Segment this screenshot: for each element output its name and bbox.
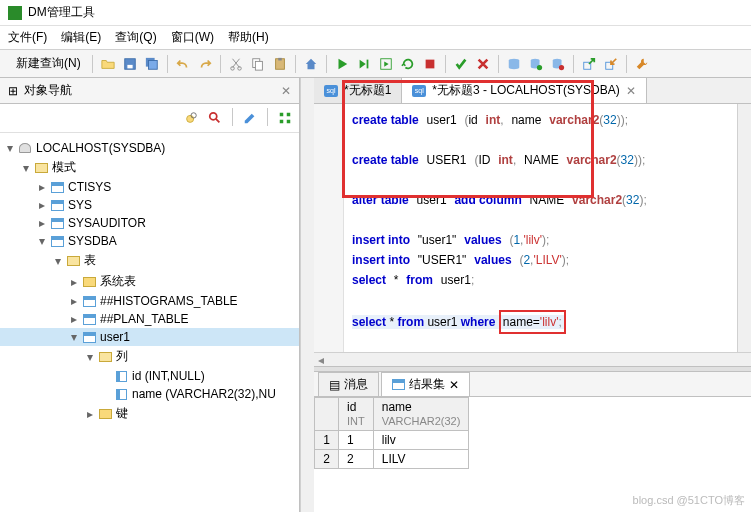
- copy-icon[interactable]: [248, 54, 268, 74]
- separator: [573, 55, 574, 73]
- cut-icon[interactable]: [226, 54, 246, 74]
- save-icon[interactable]: [120, 54, 140, 74]
- editor-gutter: [314, 104, 344, 352]
- sidebar-toolbar: [0, 104, 299, 133]
- database-icon[interactable]: [504, 54, 524, 74]
- cell-id[interactable]: 1: [339, 431, 374, 450]
- svg-rect-9: [255, 61, 262, 70]
- menu-file[interactable]: 文件(F): [8, 29, 47, 46]
- find-object-icon[interactable]: [181, 108, 201, 128]
- paste-icon[interactable]: [270, 54, 290, 74]
- col-header-name[interactable]: nameVARCHAR2(32): [373, 398, 469, 431]
- svg-rect-26: [287, 113, 291, 117]
- editor-tab-2[interactable]: sql *无标题3 - LOCALHOST(SYSDBA) ✕: [402, 78, 646, 103]
- resultset-tab[interactable]: 结果集✕: [381, 372, 470, 396]
- tree-column-name[interactable]: name (VARCHAR2(32),NU: [0, 385, 299, 403]
- tree-column-id[interactable]: id (INT,NULL): [0, 367, 299, 385]
- run-step-icon[interactable]: [354, 54, 374, 74]
- cell-id[interactable]: 2: [339, 450, 374, 469]
- tree-icon: ⊞: [8, 84, 18, 98]
- main-toolbar: SQL 新建查询(N): [0, 50, 751, 78]
- edit-icon[interactable]: [240, 108, 260, 128]
- menu-bar: 文件(F) 编辑(E) 查询(Q) 窗口(W) 帮助(H): [0, 26, 751, 50]
- svg-rect-12: [366, 59, 368, 68]
- commit-icon[interactable]: [451, 54, 471, 74]
- database-remove-icon[interactable]: [548, 54, 568, 74]
- tree-tables-node[interactable]: ▾表: [0, 250, 299, 271]
- separator: [326, 55, 327, 73]
- tree-system-tables[interactable]: ▸系统表: [0, 271, 299, 292]
- close-icon[interactable]: ✕: [281, 84, 291, 98]
- menu-query[interactable]: 查询(Q): [115, 29, 156, 46]
- separator: [92, 55, 93, 73]
- editor-scrollbar[interactable]: [737, 104, 751, 352]
- stop-icon[interactable]: [420, 54, 440, 74]
- svg-rect-28: [287, 120, 291, 124]
- sidebar-scrollbar[interactable]: [300, 78, 314, 512]
- new-query-button[interactable]: SQL 新建查询(N): [6, 53, 87, 74]
- corner-cell: [315, 398, 339, 431]
- separator: [220, 55, 221, 73]
- save-all-icon[interactable]: [142, 54, 162, 74]
- separator: [267, 108, 268, 126]
- table-row[interactable]: 2 2 LILV: [315, 450, 469, 469]
- tree-table-histograms[interactable]: ▸##HISTOGRAMS_TABLE: [0, 292, 299, 310]
- sidebar: ⊞ 对象导航 ✕ ▾LOCALHOST(SYSDBA) ▾模式 ▸CTISYS …: [0, 78, 300, 512]
- tree-columns-node[interactable]: ▾列: [0, 346, 299, 367]
- database-add-icon[interactable]: [526, 54, 546, 74]
- tree-schema-sysauditor[interactable]: ▸SYSAUDITOR: [0, 214, 299, 232]
- cell-name[interactable]: lilv: [373, 431, 469, 450]
- home-icon[interactable]: [301, 54, 321, 74]
- tree-schema-ctisys[interactable]: ▸CTISYS: [0, 178, 299, 196]
- editor-tab-1[interactable]: sql *无标题1: [314, 78, 402, 103]
- separator: [232, 108, 233, 126]
- refresh-icon[interactable]: [398, 54, 418, 74]
- undo-icon[interactable]: [173, 54, 193, 74]
- editor-h-scrollbar[interactable]: ◂: [314, 352, 751, 366]
- svg-point-19: [559, 64, 564, 69]
- cell-name[interactable]: LILV: [373, 450, 469, 469]
- grid-icon: [392, 379, 405, 390]
- run-script-icon[interactable]: [376, 54, 396, 74]
- sql-editor[interactable]: create table user1 (id int, name varchar…: [314, 104, 751, 352]
- menu-edit[interactable]: 编辑(E): [61, 29, 101, 46]
- app-icon: [8, 6, 22, 20]
- tree-keys-node[interactable]: ▸键: [0, 403, 299, 424]
- sql-code[interactable]: create table user1 (id int, name varchar…: [344, 104, 737, 352]
- svg-point-22: [187, 115, 194, 122]
- svg-point-17: [537, 64, 542, 69]
- close-tab-icon[interactable]: ✕: [626, 84, 636, 98]
- run-icon[interactable]: [332, 54, 352, 74]
- messages-tab[interactable]: ▤消息: [318, 372, 379, 396]
- window-title: DM管理工具: [28, 4, 95, 21]
- menu-help[interactable]: 帮助(H): [228, 29, 269, 46]
- menu-window[interactable]: 窗口(W): [171, 29, 214, 46]
- sidebar-tab-label: 对象导航: [24, 82, 72, 99]
- tree-connection[interactable]: ▾LOCALHOST(SYSDBA): [0, 139, 299, 157]
- col-header-id[interactable]: idINT: [339, 398, 374, 431]
- filter-icon[interactable]: [205, 108, 225, 128]
- separator: [167, 55, 168, 73]
- tree-table-user1[interactable]: ▾user1: [0, 328, 299, 346]
- close-icon[interactable]: ✕: [449, 378, 459, 392]
- table-row[interactable]: 1 1 lilv: [315, 431, 469, 450]
- window-title-bar: DM管理工具: [0, 0, 751, 26]
- tools-icon[interactable]: [632, 54, 652, 74]
- rollback-icon[interactable]: [473, 54, 493, 74]
- tree-schema-sysdba[interactable]: ▾SYSDBA: [0, 232, 299, 250]
- result-grid[interactable]: idINT nameVARCHAR2(32) 1 1 lilv 2 2 LILV: [314, 397, 469, 469]
- sidebar-tab[interactable]: ⊞ 对象导航 ✕: [0, 78, 299, 104]
- tree-schema-node[interactable]: ▾模式: [0, 157, 299, 178]
- new-query-label: 新建查询(N): [16, 55, 81, 72]
- editor-tabs: sql *无标题1 sql *无标题3 - LOCALHOST(SYSDBA) …: [314, 78, 751, 104]
- separator: [445, 55, 446, 73]
- import-icon[interactable]: [601, 54, 621, 74]
- tree-schema-sys[interactable]: ▸SYS: [0, 196, 299, 214]
- open-folder-icon[interactable]: [98, 54, 118, 74]
- redo-icon[interactable]: [195, 54, 215, 74]
- tree-table-plan[interactable]: ▸##PLAN_TABLE: [0, 310, 299, 328]
- sql-file-icon: sql: [412, 85, 426, 97]
- expand-all-icon[interactable]: [275, 108, 295, 128]
- object-tree[interactable]: ▾LOCALHOST(SYSDBA) ▾模式 ▸CTISYS ▸SYS ▸SYS…: [0, 133, 299, 512]
- export-icon[interactable]: [579, 54, 599, 74]
